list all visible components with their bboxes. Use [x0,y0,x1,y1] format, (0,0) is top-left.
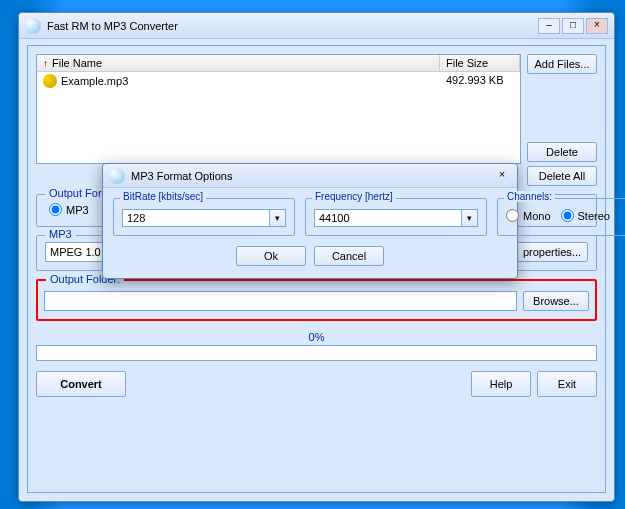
mp3-legend: MP3 [45,228,76,240]
cancel-button[interactable]: Cancel [314,246,384,266]
browse-button[interactable]: Browse... [523,291,589,311]
delete-button[interactable]: Delete [527,142,597,162]
bitrate-legend: BitRate [kbits/sec] [120,191,206,202]
format-mp3-radio[interactable]: MP3 [49,203,89,216]
channels-legend: Channels: [504,191,555,202]
mp3-options-dialog: MP3 Format Options × BitRate [kbits/sec]… [102,163,518,279]
convert-button[interactable]: Convert [36,371,126,397]
output-folder-fieldset: Output Folder: Browse... [36,279,597,321]
titlebar[interactable]: Fast RM to MP3 Converter – □ × [19,13,614,39]
sort-arrow-icon: ↑ [43,58,48,69]
dialog-title: MP3 Format Options [131,170,493,182]
channels-fieldset: Channels: Mono Stereo [497,198,625,236]
chevron-down-icon[interactable]: ▾ [270,209,286,227]
output-folder-input[interactable] [44,291,517,311]
maximize-button[interactable]: □ [562,18,584,34]
file-icon [43,74,57,88]
minimize-button[interactable]: – [538,18,560,34]
file-name-cell: Example.mp3 [61,75,128,87]
frequency-legend: Frequency [hertz] [312,191,396,202]
bitrate-fieldset: BitRate [kbits/sec] ▾ [113,198,295,236]
frequency-input[interactable] [314,209,462,227]
window-title: Fast RM to MP3 Converter [47,20,536,32]
file-size-cell: 492.993 KB [440,72,520,90]
app-icon [25,18,41,34]
mono-radio[interactable]: Mono [506,209,551,222]
stereo-radio[interactable]: Stereo [561,209,610,222]
col-filesize[interactable]: File Size [440,55,520,71]
frequency-fieldset: Frequency [hertz] ▾ [305,198,487,236]
bitrate-input[interactable] [122,209,270,227]
dialog-titlebar[interactable]: MP3 Format Options × [103,164,517,188]
file-list-header: ↑ File Name File Size [37,55,520,72]
exit-button[interactable]: Exit [537,371,597,397]
help-button[interactable]: Help [471,371,531,397]
properties-button[interactable]: properties... [516,242,588,262]
bitrate-combo[interactable]: ▾ [122,209,286,227]
close-button[interactable]: × [586,18,608,34]
col-filename[interactable]: ↑ File Name [37,55,440,71]
ok-button[interactable]: Ok [236,246,306,266]
dialog-icon [109,168,125,184]
file-list[interactable]: ↑ File Name File Size Example.mp3 492.99… [36,54,521,164]
table-row[interactable]: Example.mp3 492.993 KB [37,72,520,90]
progress-bar [36,345,597,361]
add-files-button[interactable]: Add Files... [527,54,597,74]
dialog-close-button[interactable]: × [493,168,511,184]
delete-all-button[interactable]: Delete All [527,166,597,186]
col-filename-label: File Name [52,57,102,69]
progress-label: 0% [36,331,597,343]
frequency-combo[interactable]: ▾ [314,209,478,227]
chevron-down-icon[interactable]: ▾ [462,209,478,227]
